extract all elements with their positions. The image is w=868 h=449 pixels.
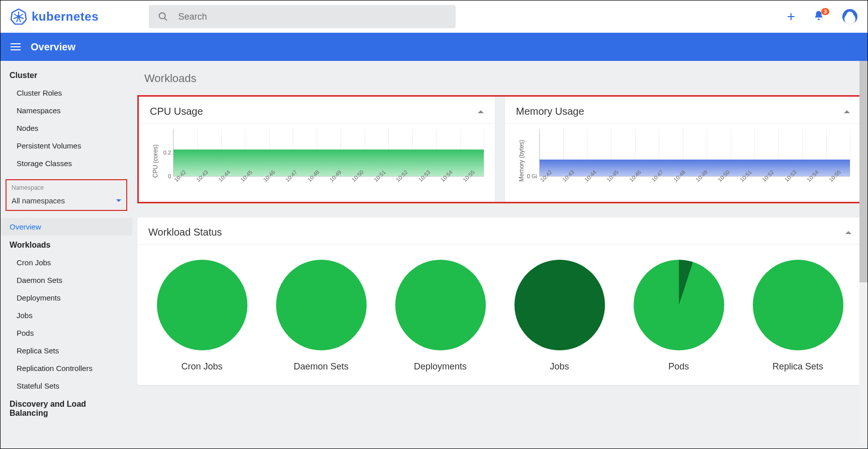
namespace-dropdown[interactable]: All namespaces xyxy=(12,196,121,205)
svg-point-9 xyxy=(159,13,165,19)
sidebar-item[interactable]: Stateful Sets xyxy=(1,377,132,395)
workload-status-item: Daemon Sets xyxy=(276,260,367,372)
sidebar-item[interactable]: Replication Controllers xyxy=(1,359,132,377)
workload-status-item: Cron Jobs xyxy=(157,260,247,372)
pie-label: Cron Jobs xyxy=(181,361,222,372)
top-actions: + 3 xyxy=(787,9,857,25)
sidebar-item[interactable]: Nodes xyxy=(1,119,132,137)
pie-chart xyxy=(157,260,247,350)
collapse-icon[interactable] xyxy=(478,110,484,113)
pie-label: Daemon Sets xyxy=(294,361,349,372)
create-button[interactable]: + xyxy=(787,9,795,25)
workload-status-item: Replica Sets xyxy=(753,260,843,372)
kubernetes-icon xyxy=(11,9,27,25)
workload-status-item: Deployments xyxy=(395,260,486,372)
sidebar-heading-cluster[interactable]: Cluster xyxy=(1,66,132,84)
namespace-selector[interactable]: Namespace All namespaces xyxy=(6,179,127,211)
mem-card-title: Memory Usage xyxy=(516,106,584,117)
pie-label: Jobs xyxy=(550,361,569,372)
memory-chart: 0 Gi10:4210:4310:4410:4510:4610:4710:481… xyxy=(525,129,850,193)
sidebar-item[interactable]: Pods xyxy=(1,324,132,342)
bluebar: Overview xyxy=(1,33,867,61)
section-title-workloads: Workloads xyxy=(137,61,862,95)
sidebar-item-label: Overview xyxy=(10,222,41,231)
pie-label: Pods xyxy=(668,361,689,372)
sidebar-heading-workloads[interactable]: Workloads xyxy=(1,236,132,254)
notifications-button[interactable]: 3 xyxy=(813,10,824,23)
scrollbar-thumb[interactable] xyxy=(859,61,867,282)
sidebar-item[interactable]: Daemon Sets xyxy=(1,271,132,289)
status-title: Workload Status xyxy=(148,227,222,238)
pie-chart xyxy=(753,260,843,350)
workload-status-item: Jobs xyxy=(514,260,605,372)
pie-chart xyxy=(634,260,724,350)
sidebar-item[interactable]: Storage Classes xyxy=(1,155,132,172)
sidebar-item-overview[interactable]: Overview xyxy=(1,218,132,236)
page-title: Overview xyxy=(31,41,75,53)
usage-charts-row: CPU Usage CPU (cores) 00.210:4210:4310:4… xyxy=(137,95,862,203)
namespace-value: All namespaces xyxy=(12,196,65,205)
pie-chart xyxy=(276,260,367,350)
workload-status-item: Pods xyxy=(634,260,724,372)
pie-chart xyxy=(395,260,486,350)
workload-status-card: Workload Status Cron JobsDaemon SetsDepl… xyxy=(137,217,862,385)
sidebar-item[interactable]: Deployments xyxy=(1,289,132,307)
pie-label: Deployments xyxy=(414,361,467,372)
pie-label: Replica Sets xyxy=(772,361,823,372)
topbar: kubernetes + 3 xyxy=(1,1,867,33)
brand-logo[interactable]: kubernetes xyxy=(11,9,99,25)
memory-usage-card: Memory Usage Memory (bytes) 0 Gi10:4210:… xyxy=(505,97,861,202)
menu-toggle-button[interactable] xyxy=(11,43,21,50)
namespace-label: Namespace xyxy=(12,184,121,191)
sidebar-item[interactable]: Cluster Roles xyxy=(1,84,132,102)
pie-chart xyxy=(514,260,605,350)
collapse-icon[interactable] xyxy=(844,110,850,113)
sidebar-heading-discovery[interactable]: Discovery and Load Balancing xyxy=(1,395,132,422)
search-box[interactable] xyxy=(149,5,456,28)
cpu-chart: 00.210:4210:4310:4410:4510:4610:4710:481… xyxy=(159,129,484,193)
sidebar-item[interactable]: Persistent Volumes xyxy=(1,137,132,155)
sidebar-item[interactable]: Cron Jobs xyxy=(1,254,132,271)
notifications-badge: 3 xyxy=(821,8,829,15)
sidebar-item[interactable]: Jobs xyxy=(1,307,132,324)
mem-ylabel: Memory (bytes) xyxy=(516,129,525,193)
cpu-usage-card: CPU Usage CPU (cores) 00.210:4210:4310:4… xyxy=(139,97,495,202)
collapse-icon[interactable] xyxy=(845,231,851,234)
search-icon xyxy=(158,11,168,22)
chevron-down-icon xyxy=(116,199,121,202)
svg-line-10 xyxy=(164,18,167,21)
cpu-ylabel: CPU (cores) xyxy=(150,129,159,193)
sidebar-item[interactable]: Replica Sets xyxy=(1,342,132,359)
cpu-card-title: CPU Usage xyxy=(150,106,203,117)
search-input[interactable] xyxy=(179,12,447,22)
brand-text: kubernetes xyxy=(32,10,99,24)
sidebar-item[interactable]: Namespaces xyxy=(1,102,132,119)
account-button[interactable] xyxy=(842,9,857,24)
main-content: Workloads CPU Usage CPU (cores) 00.210:4… xyxy=(132,61,867,448)
svg-point-11 xyxy=(818,19,820,21)
sidebar: Cluster Cluster RolesNamespacesNodesPers… xyxy=(1,61,132,448)
